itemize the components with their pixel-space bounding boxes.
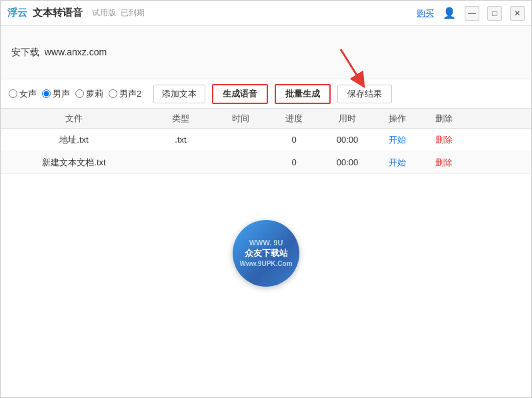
- table-header: 文件 类型 时间 进度 用时 操作 删除: [1, 109, 531, 129]
- batch-button[interactable]: 批量生成: [275, 84, 331, 104]
- table-row: 新建文本文档.txt 0 00:00 开始 删除: [1, 151, 531, 174]
- male-voice-label: 男声: [53, 88, 70, 100]
- watermark-main: 众友下载站: [245, 248, 288, 259]
- controls-wrapper: 女声 男声 萝莉 男声2 添加文本 生成语音 批量生成 保存结果: [1, 79, 531, 109]
- luoli-voice-radio[interactable]: [75, 89, 84, 98]
- trial-badge: 试用版. 已到期: [92, 7, 145, 19]
- male2-voice-radio[interactable]: [109, 89, 117, 98]
- controls-row: 女声 男声 萝莉 男声2 添加文本 生成语音 批量生成 保存结果: [1, 79, 531, 109]
- female-voice-option[interactable]: 女声: [9, 88, 37, 100]
- row2-duration: 00:00: [321, 157, 374, 167]
- table-area: 文件 类型 时间 进度 用时 操作 删除 地址.txt .txt 0 00:00…: [1, 109, 531, 174]
- female-voice-label: 女声: [19, 88, 37, 100]
- row1-type: .txt: [147, 135, 214, 145]
- url-bar: 安下载 www.anxz.com: [1, 26, 531, 79]
- user-icon[interactable]: 👤: [442, 6, 457, 21]
- table-wrapper: 文件 类型 时间 进度 用时 操作 删除 地址.txt .txt 0 00:00…: [1, 109, 531, 397]
- col-header-time: 时间: [214, 113, 267, 125]
- male2-voice-option[interactable]: 男声2: [109, 88, 141, 100]
- row1-duration: 00:00: [321, 135, 374, 145]
- url-text: 安下载 www.anxz.com: [11, 47, 107, 59]
- luoli-voice-label: 萝莉: [86, 88, 103, 100]
- col-header-type: 类型: [147, 113, 214, 125]
- row1-start-button[interactable]: 开始: [374, 134, 421, 146]
- luoli-voice-option[interactable]: 萝莉: [75, 88, 103, 100]
- generate-button[interactable]: 生成语音: [212, 84, 268, 104]
- titlebar-left: 浮云 文本转语音 试用版. 已到期: [7, 7, 145, 19]
- col-header-progress: 进度: [267, 113, 321, 125]
- add-text-button[interactable]: 添加文本: [153, 85, 205, 103]
- url-prefix: 安下载: [11, 47, 39, 57]
- titlebar: 浮云 文本转语音 试用版. 已到期 购买 👤 — □ ✕: [1, 1, 531, 26]
- close-button[interactable]: ✕: [510, 6, 525, 21]
- row2-start-button[interactable]: 开始: [374, 157, 421, 169]
- table-row: 地址.txt .txt 0 00:00 开始 删除: [1, 129, 531, 151]
- male2-voice-label: 男声2: [119, 88, 141, 100]
- row1-delete-button[interactable]: 删除: [421, 134, 467, 146]
- col-header-file: 文件: [1, 113, 147, 125]
- male-voice-radio[interactable]: [42, 89, 51, 98]
- row1-file: 地址.txt: [1, 134, 147, 146]
- url-value: www.anxz.com: [45, 47, 107, 57]
- female-voice-radio[interactable]: [9, 89, 17, 98]
- minimize-button[interactable]: —: [465, 6, 479, 21]
- watermark-bottom: Www.9UPK.Com: [239, 259, 292, 268]
- main-window: 浮云 文本转语音 试用版. 已到期 购买 👤 — □ ✕ 安下载 www.anx…: [0, 0, 532, 398]
- titlebar-right: 购买 👤 — □ ✕: [417, 6, 525, 21]
- row1-progress: 0: [267, 135, 321, 145]
- row2-delete-button[interactable]: 删除: [421, 157, 467, 169]
- save-result-button[interactable]: 保存结果: [337, 85, 392, 103]
- col-header-delete: 删除: [421, 113, 467, 125]
- maximize-button[interactable]: □: [487, 6, 502, 21]
- male-voice-option[interactable]: 男声: [42, 88, 70, 100]
- watermark: WWW. 9U 众友下载站 Www.9UPK.Com: [233, 220, 299, 287]
- app-title: 文本转语音: [33, 7, 83, 19]
- voice-radio-group: 女声 男声 萝莉 男声2: [9, 88, 141, 100]
- app-logo: 浮云: [7, 7, 27, 19]
- watermark-circle: WWW. 9U 众友下载站 Www.9UPK.Com: [233, 220, 299, 287]
- col-header-action: 操作: [374, 113, 421, 125]
- watermark-top: WWW. 9U: [249, 238, 283, 247]
- buy-link[interactable]: 购买: [417, 7, 434, 19]
- col-header-duration: 用时: [321, 113, 374, 125]
- row2-progress: 0: [267, 157, 321, 167]
- row2-file: 新建文本文档.txt: [1, 157, 147, 169]
